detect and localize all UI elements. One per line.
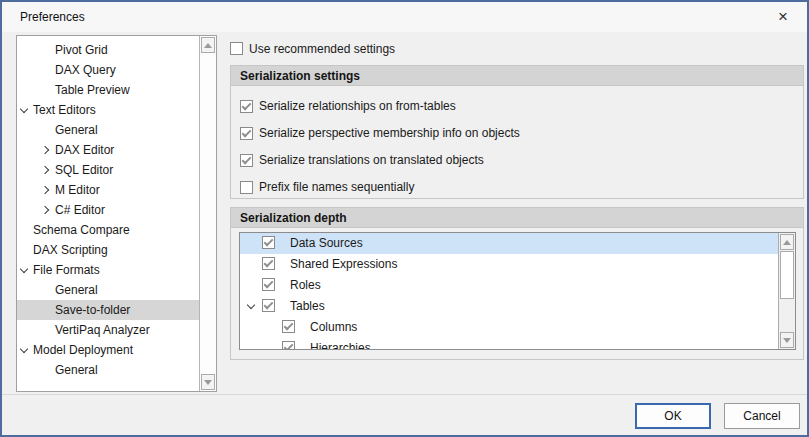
checkbox[interactable] <box>262 278 275 291</box>
sidebar-item-label: General <box>55 363 98 377</box>
use-recommended-label: Use recommended settings <box>249 42 395 56</box>
serialization-depth-header: Serialization depth <box>231 208 803 228</box>
sidebar-item-label: Schema Compare <box>33 223 130 237</box>
sidebar-item-label: VertiPaq Analyzer <box>55 323 150 337</box>
depth-item[interactable]: Roles <box>240 275 795 296</box>
checkbox[interactable] <box>282 341 295 350</box>
sidebar-item-label: DAX Query <box>55 63 116 77</box>
serialization-settings-group: Serialization settings Serialize relatio… <box>230 65 804 199</box>
serialization-depth-list: Data SourcesShared ExpressionsRolesTable… <box>239 232 796 350</box>
checkbox[interactable] <box>240 127 253 140</box>
ok-button[interactable]: OK <box>635 403 711 429</box>
sidebar-item[interactable]: Text Editors <box>17 100 199 120</box>
depth-item-label: Hierarchies <box>310 341 371 350</box>
sidebar-item[interactable]: Model Deployment <box>17 340 199 360</box>
option-row[interactable]: Prefix file names sequentially <box>240 180 803 194</box>
sidebar-item-label: Model Deployment <box>33 343 133 357</box>
footer-divider <box>2 394 807 395</box>
sidebar-item[interactable]: General <box>17 280 199 300</box>
serialization-depth-rows: Data SourcesShared ExpressionsRolesTable… <box>240 233 795 350</box>
chevron-down-icon[interactable] <box>247 301 255 309</box>
sidebar-item-label: C# Editor <box>55 203 105 217</box>
chevron-down-icon[interactable] <box>20 265 28 273</box>
sidebar-item-label: File Formats <box>33 263 100 277</box>
sidebar-item-label: M Editor <box>55 183 100 197</box>
depth-item-label: Shared Expressions <box>290 257 397 271</box>
close-icon[interactable]: × <box>763 2 803 31</box>
sidebar-item[interactable]: DAX Query <box>17 60 199 80</box>
sidebar-item[interactable]: Pivot Grid <box>17 40 199 60</box>
option-label: Serialize relationships on from-tables <box>259 99 456 113</box>
scroll-up-icon[interactable] <box>780 234 794 250</box>
serialization-settings-options: Serialize relationships on from-tablesSe… <box>231 99 803 194</box>
sidebar-item[interactable]: DAX Editor <box>17 140 199 160</box>
window-title: Preferences <box>20 10 85 24</box>
depth-item-label: Tables <box>290 299 325 313</box>
use-recommended-row[interactable]: Use recommended settings <box>230 41 395 56</box>
depth-list-scrollbar[interactable] <box>778 233 795 349</box>
title-bar: Preferences × <box>2 2 807 32</box>
scroll-down-icon[interactable] <box>201 374 215 390</box>
sidebar-item[interactable]: General <box>17 120 199 140</box>
option-label: Prefix file names sequentially <box>259 180 414 194</box>
category-tree: Pivot GridDAX QueryTable PreviewText Edi… <box>16 35 217 392</box>
depth-item-label: Roles <box>290 278 321 292</box>
sidebar-item[interactable]: C# Editor <box>17 200 199 220</box>
sidebar-item-label: DAX Editor <box>55 143 114 157</box>
sidebar-item-label: Pivot Grid <box>55 43 108 57</box>
sidebar-item[interactable]: Schema Compare <box>17 220 199 240</box>
sidebar-item-label: DAX Scripting <box>33 243 108 257</box>
option-row[interactable]: Serialize perspective membership info on… <box>240 126 803 140</box>
checkbox[interactable] <box>262 257 275 270</box>
sidebar-item-label: General <box>55 283 98 297</box>
chevron-right-icon[interactable] <box>41 206 49 214</box>
serialization-depth-group: Serialization depth Data SourcesShared E… <box>230 207 804 360</box>
chevron-down-icon[interactable] <box>20 345 28 353</box>
option-label: Serialize translations on translated obj… <box>259 153 484 167</box>
chevron-right-icon[interactable] <box>41 166 49 174</box>
tree-scrollbar[interactable] <box>199 36 216 391</box>
option-row[interactable]: Serialize relationships on from-tables <box>240 99 803 113</box>
checkbox[interactable] <box>282 320 295 333</box>
sidebar-item[interactable]: File Formats <box>17 260 199 280</box>
serialization-settings-header: Serialization settings <box>231 66 803 86</box>
depth-item[interactable]: Shared Expressions <box>240 254 795 275</box>
scroll-up-icon[interactable] <box>201 37 215 53</box>
sidebar-item[interactable]: VertiPaq Analyzer <box>17 320 199 340</box>
depth-item-label: Data Sources <box>290 236 363 250</box>
depth-item[interactable]: Data Sources <box>240 233 795 254</box>
sidebar-item[interactable]: M Editor <box>17 180 199 200</box>
chevron-down-icon[interactable] <box>20 105 28 113</box>
sidebar-item[interactable]: SQL Editor <box>17 160 199 180</box>
preferences-dialog: Preferences × Pivot GridDAX QueryTable P… <box>0 0 809 437</box>
category-tree-rows: Pivot GridDAX QueryTable PreviewText Edi… <box>17 40 199 391</box>
sidebar-item[interactable]: Table Preview <box>17 80 199 100</box>
checkbox[interactable] <box>262 299 275 312</box>
sidebar-item-label: Save-to-folder <box>55 303 130 317</box>
depth-item[interactable]: Hierarchies <box>240 338 795 350</box>
sidebar-item[interactable]: DAX Scripting <box>17 240 199 260</box>
option-label: Serialize perspective membership info on… <box>259 126 520 140</box>
cancel-button[interactable]: Cancel <box>724 403 800 429</box>
chevron-right-icon[interactable] <box>41 186 49 194</box>
checkbox[interactable] <box>240 100 253 113</box>
scroll-down-icon[interactable] <box>780 332 794 348</box>
checkbox[interactable] <box>262 236 275 249</box>
depth-item[interactable]: Tables <box>240 296 795 317</box>
sidebar-item[interactable]: Save-to-folder <box>17 300 199 320</box>
sidebar-item[interactable]: General <box>17 360 199 380</box>
option-row[interactable]: Serialize translations on translated obj… <box>240 153 803 167</box>
sidebar-item-label: General <box>55 123 98 137</box>
sidebar-item-label: Text Editors <box>33 103 96 117</box>
sidebar-item-label: SQL Editor <box>55 163 113 177</box>
depth-item[interactable]: Columns <box>240 317 795 338</box>
chevron-right-icon[interactable] <box>41 146 49 154</box>
use-recommended-checkbox[interactable] <box>230 42 243 55</box>
checkbox[interactable] <box>240 154 253 167</box>
depth-item-label: Columns <box>310 320 357 334</box>
scrollbar-thumb[interactable] <box>780 251 794 299</box>
checkbox[interactable] <box>240 181 253 194</box>
sidebar-item-label: Table Preview <box>55 83 130 97</box>
